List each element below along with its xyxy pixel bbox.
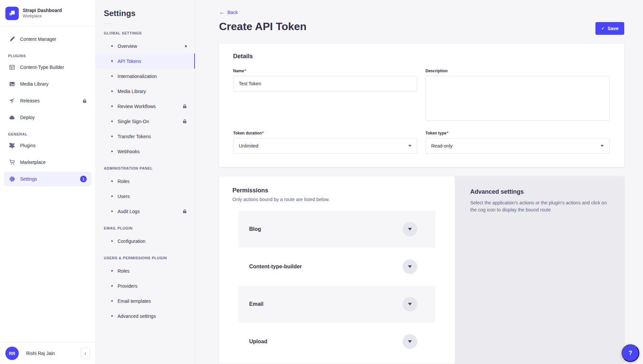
nav-item-settings[interactable]: Settings 1 [4,172,91,186]
subnav-item-label: Audit Logs [118,209,140,214]
required-asterisk: * [244,69,246,73]
back-label: Back [227,10,238,15]
permissions-subtitle: Only actions bound by a route are listed… [232,197,441,202]
puzzle-icon [9,142,15,149]
advanced-settings-title: Advanced settings [470,188,609,195]
description-textarea[interactable] [426,76,610,121]
subnav-section-administration-panel: ADMINISTRATION PANEL [104,166,187,170]
cart-icon [9,159,15,166]
subnav-item-webhooks[interactable]: Webhooks [96,144,195,159]
subnav-item-label: Overview [118,43,137,49]
lock-icon [82,99,87,103]
nav-item-plugins[interactable]: Plugins [4,138,91,153]
layout-icon [9,64,15,71]
bullet-icon [111,240,113,242]
nav-item-label: Marketplace [20,160,46,165]
accordion-label: Content-type-builder [249,264,403,270]
accordion-upload[interactable]: Upload [238,323,435,360]
subnav-item-label: Roles [118,268,130,274]
subnav-item-audit-logs[interactable]: Audit Logs [96,204,195,219]
subnav-item-label: Webhooks [118,149,140,154]
bullet-icon [111,45,113,47]
subnav-item-label: Advanced settings [118,313,156,319]
subnav-item-single-sign-on[interactable]: Single Sign-On [96,114,195,129]
subnav-item-up-roles[interactable]: Roles [96,263,195,278]
bullet-icon [111,75,113,77]
nav-item-label: Content-Type Builder [20,65,64,70]
bullet-icon [111,270,113,272]
subnav-item-review-workflows[interactable]: Review Workflows [96,99,195,114]
required-asterisk: * [447,131,448,135]
subnav-item-label: Providers [118,283,137,289]
subnav-item-email-templates[interactable]: Email templates [96,293,195,308]
nav-item-releases[interactable]: Releases [4,93,91,108]
accordion-email[interactable]: Email [238,286,435,323]
nav-section-general: GENERAL [8,132,87,136]
app-title: Strapi Dashboard [23,8,62,14]
subnav-item-admin-users[interactable]: Users [96,189,195,204]
settings-subnav: Settings GLOBAL SETTINGS Overview API To… [96,0,195,364]
subnav-item-internationalization[interactable]: Internationalization [96,69,195,84]
user-avatar[interactable]: RR [5,347,19,360]
subnav-item-label: Review Workflows [118,104,156,109]
help-button[interactable]: ? [622,344,639,362]
collapse-sidebar-button[interactable]: ‹ [81,348,90,359]
accordion-label: Blog [249,226,403,232]
permissions-accordions: Blog Content-type-builder Email [238,211,435,360]
subnav-item-transfer-tokens[interactable]: Transfer Tokens [96,129,195,144]
subnav-item-api-tokens[interactable]: API Tokens [96,54,195,69]
details-fields: Name* Description Token duration* Unlimi… [233,69,610,154]
app-sidebar: Strapi Dashboard Workplace Content Manag… [0,0,96,364]
nav-item-media-library[interactable]: Media Library [4,77,91,91]
token-duration-label-text: Token duration [233,131,262,135]
back-link[interactable]: ← Back [219,9,238,15]
accordion-content-type-builder[interactable]: Content-type-builder [238,248,435,285]
accordion-toggle-button[interactable] [403,259,417,274]
subnav-item-configuration[interactable]: Configuration [96,234,195,249]
bullet-icon [111,105,113,107]
token-duration-select[interactable]: Unlimited [233,138,417,154]
token-type-field-group: Token type* Read-only [426,131,610,154]
subnav-item-providers[interactable]: Providers [96,278,195,293]
workspace-header[interactable]: Strapi Dashboard Workplace [0,0,95,26]
nav-item-label: Releases [20,98,40,103]
strapi-logo-icon [5,7,19,20]
nav-item-deploy[interactable]: Deploy [4,110,91,125]
nav-item-label: Content Manager [20,36,56,42]
pen-icon [9,36,15,42]
nav-item-label: Deploy [20,115,35,120]
token-type-label: Token type* [426,131,610,135]
subnav-item-advanced-settings[interactable]: Advanced settings [96,308,195,324]
subnav-item-label: Configuration [118,239,145,244]
subnav-item-label: Roles [118,179,130,184]
subnav-item-admin-roles[interactable]: Roles [96,174,195,189]
accordion-blog[interactable]: Blog [238,211,435,248]
name-input[interactable] [233,76,417,91]
nav-item-content-type-builder[interactable]: Content-Type Builder [4,60,91,75]
chevron-down-icon [408,303,412,305]
token-duration-field-group: Token duration* Unlimited [233,131,417,154]
save-button[interactable]: ✓ Save [595,22,624,35]
token-type-select[interactable]: Read-only [426,138,610,154]
gear-icon [9,176,15,182]
accordion-toggle-button[interactable] [403,222,417,237]
accordion-toggle-button[interactable] [403,297,417,311]
nav-item-label: Media Library [20,81,49,87]
workspace-titles: Strapi Dashboard Workplace [23,8,62,19]
lock-icon [183,209,187,213]
subnav-item-label: Email templates [118,298,151,304]
subnav-item-overview[interactable]: Overview [96,38,195,54]
advanced-settings-description: Select the application's actions or the … [470,199,609,213]
name-label: Name* [233,69,417,73]
nav-item-content-manager[interactable]: Content Manager [4,32,91,47]
nav-item-marketplace[interactable]: Marketplace [4,155,91,170]
accordion-toggle-button[interactable] [403,334,417,349]
bullet-icon [111,151,113,152]
paper-plane-icon [9,97,15,104]
subnav-item-media-library[interactable]: Media Library [96,84,195,99]
subnav-section-users-permissions: USERS & PERMISSIONS PLUGIN [104,256,187,260]
subnav-item-label: Internationalization [118,74,157,79]
subnav-section-global-settings: GLOBAL SETTINGS [104,31,187,35]
subnav-title: Settings [96,0,195,18]
page-title: Create API Token [219,20,306,33]
